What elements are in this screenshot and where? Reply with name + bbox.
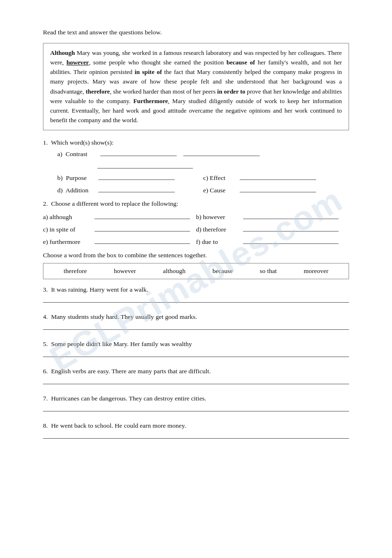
q1-sub-bc: b) Purpose c) Effect (57, 172, 349, 182)
q1-effect-line[interactable] (240, 172, 316, 180)
combine-text-6: 6. English verbs are easy. There are man… (43, 368, 349, 375)
word-box-label: Choose a word from the box to combine th… (43, 252, 349, 259)
combine-item-3: 3. It was raining. Harry went for a walk… (43, 286, 349, 303)
q1-sub-de: d) Addition e) Cause (57, 185, 349, 194)
combine-line-5[interactable] (43, 349, 349, 357)
combine-line-4[interactable] (43, 322, 349, 330)
passage-word-in-order-to: in order to (217, 88, 245, 95)
question-2: 2. Choose a different word to replace th… (43, 200, 349, 246)
combine-text-7: 7. Hurricanes can be dangerous. They can… (43, 395, 349, 402)
combine-item-8: 8. He went back to school. He could earn… (43, 422, 349, 439)
question-1-sub: a) Contrast b) Purpose c) Effect (57, 148, 349, 194)
combine-questions: 3. It was raining. Harry went for a walk… (43, 286, 349, 439)
reading-passage: Although Mary was young, she worked in a… (43, 43, 349, 130)
instructions: Read the text and answer the questions b… (43, 29, 349, 36)
combine-text-8: 8. He went back to school. He could earn… (43, 422, 349, 430)
word-box: therefore however although because so th… (43, 263, 349, 279)
q1-contrast-line1[interactable] (100, 148, 177, 156)
q1-contrast-line2[interactable] (183, 148, 260, 156)
word-although: although (163, 267, 185, 275)
passage-word-because-of: because of (226, 59, 255, 66)
passage-word-although: Although (50, 49, 75, 56)
word-box-section: Choose a word from the box to combine th… (43, 252, 349, 279)
word-moreover: moreover (304, 267, 328, 275)
passage-word-however: however (66, 59, 89, 66)
q1-cause-line[interactable] (240, 185, 316, 192)
question-2-text: 2. Choose a different word to replace th… (43, 200, 349, 208)
combine-item-7: 7. Hurricanes can be dangerous. They can… (43, 395, 349, 411)
q2-row2: c) in spite of d) therefore (43, 224, 349, 233)
question-1-text: 1. Which word(s) show(s): (43, 139, 349, 147)
q1-addition-line[interactable] (98, 185, 175, 192)
combine-line-6[interactable] (43, 377, 349, 384)
word-so-that: so that (260, 267, 277, 275)
combine-item-6: 6. English verbs are easy. There are man… (43, 368, 349, 384)
combine-text-3: 3. It was raining. Harry went for a walk… (43, 286, 349, 294)
q2-inspiteof-line[interactable] (95, 224, 190, 232)
combine-item-4: 4. Many students study hard. They usuall… (43, 313, 349, 330)
word-therefore: therefore (64, 267, 87, 275)
passage-word-in-spite-of: in spite of (135, 68, 162, 75)
combine-line-3[interactable] (43, 295, 349, 303)
q1-sub-a: a) Contrast (57, 148, 349, 158)
q1-contrast-line3[interactable] (97, 161, 193, 168)
q2-however-line[interactable] (243, 211, 339, 219)
word-because: because (212, 267, 233, 275)
q2-dueto-line[interactable] (243, 236, 339, 244)
combine-text-4: 4. Many students study hard. They usuall… (43, 313, 349, 321)
q1-sub-a-extra (95, 161, 349, 168)
q2-row3: e) furthermore f) due to (43, 236, 349, 246)
q1-purpose-line[interactable] (98, 172, 175, 180)
q2-items: a) although b) however c) in spite of d)… (43, 211, 349, 246)
questions-section: 1. Which word(s) show(s): a) Contrast b)… (43, 139, 349, 439)
q2-therefore-line[interactable] (243, 224, 339, 232)
q2-furthermore-line[interactable] (95, 236, 190, 244)
combine-text-5: 5. Some people didn't like Mary. Her fam… (43, 340, 349, 348)
passage-word-therefore: therefore (85, 88, 110, 95)
combine-item-5: 5. Some people didn't like Mary. Her fam… (43, 340, 349, 357)
combine-line-7[interactable] (43, 404, 349, 411)
combine-line-8[interactable] (43, 431, 349, 439)
passage-word-furthermore: Furthermore (133, 97, 168, 105)
question-1: 1. Which word(s) show(s): a) Contrast b)… (43, 139, 349, 194)
word-however: however (114, 267, 136, 275)
q2-row1: a) although b) however (43, 211, 349, 221)
q2-although-line[interactable] (95, 211, 190, 219)
